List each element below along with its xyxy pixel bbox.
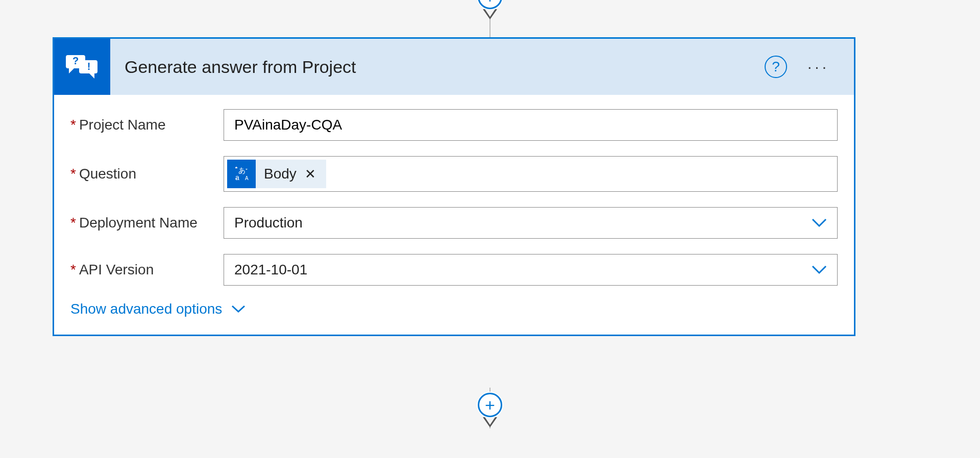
required-marker: * bbox=[70, 262, 76, 278]
input-project-name[interactable] bbox=[234, 110, 827, 140]
label-project-name: * Project Name bbox=[70, 117, 224, 133]
action-card: ? ! Generate answer from Project ? ··· *… bbox=[53, 37, 855, 336]
select-value: Production bbox=[234, 215, 303, 231]
select-deployment-name[interactable]: Production bbox=[224, 207, 838, 239]
token-label: Body bbox=[264, 166, 297, 182]
row-deployment-name: * Deployment Name Production bbox=[70, 207, 838, 239]
chevron-down-icon bbox=[812, 265, 827, 274]
label-text: Question bbox=[79, 166, 136, 182]
more-options-button[interactable]: ··· bbox=[803, 55, 834, 79]
add-step-bottom: + bbox=[478, 393, 502, 427]
label-question: * Question bbox=[70, 166, 224, 182]
row-project-name: * Project Name bbox=[70, 109, 838, 141]
svg-text:!: ! bbox=[87, 61, 91, 72]
add-step-button-bottom[interactable]: + bbox=[478, 393, 502, 417]
show-advanced-options-link[interactable]: Show advanced options bbox=[70, 301, 246, 317]
arrow-down-icon bbox=[483, 417, 497, 427]
card-body: * Project Name * Question あ bbox=[54, 95, 854, 335]
add-step-button-top[interactable]: + bbox=[478, 0, 502, 9]
token-remove-button[interactable]: ✕ bbox=[303, 164, 318, 184]
svg-text:?: ? bbox=[72, 55, 79, 66]
advanced-link-text: Show advanced options bbox=[70, 301, 222, 317]
required-marker: * bbox=[70, 215, 76, 231]
required-marker: * bbox=[70, 166, 76, 182]
chevron-down-icon bbox=[231, 305, 246, 313]
select-api-version[interactable]: 2021-10-01 bbox=[224, 254, 838, 286]
select-value: 2021-10-01 bbox=[234, 262, 307, 278]
svg-text:a: a bbox=[235, 173, 239, 182]
label-text: Project Name bbox=[79, 117, 166, 133]
label-text: API Version bbox=[79, 262, 154, 278]
arrow-down-icon bbox=[483, 9, 497, 19]
row-question: * Question あ a A Body bbox=[70, 156, 838, 192]
svg-text:あ: あ bbox=[238, 166, 246, 174]
add-step-top: + bbox=[478, 0, 502, 19]
card-title: Generate answer from Project bbox=[110, 57, 765, 77]
input-question[interactable]: あ a A Body ✕ bbox=[224, 156, 838, 192]
label-api-version: * API Version bbox=[70, 262, 224, 278]
svg-text:A: A bbox=[245, 175, 249, 181]
input-project-name-wrapper bbox=[224, 109, 838, 141]
translate-icon: あ a A bbox=[227, 160, 256, 188]
required-marker: * bbox=[70, 117, 76, 133]
dynamic-content-token[interactable]: あ a A Body ✕ bbox=[227, 160, 326, 188]
label-deployment-name: * Deployment Name bbox=[70, 215, 224, 231]
qna-chat-icon: ? ! bbox=[54, 39, 110, 95]
help-button[interactable]: ? bbox=[765, 56, 787, 78]
label-text: Deployment Name bbox=[79, 215, 198, 231]
card-header[interactable]: ? ! Generate answer from Project ? ··· bbox=[54, 39, 854, 95]
row-api-version: * API Version 2021-10-01 bbox=[70, 254, 838, 286]
chevron-down-icon bbox=[812, 218, 827, 227]
